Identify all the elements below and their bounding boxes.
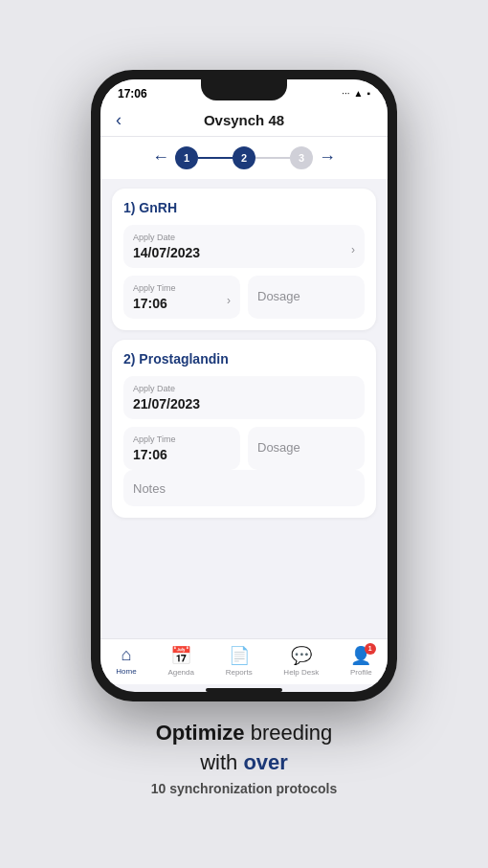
pros-apply-date-label: Apply Date xyxy=(133,384,355,393)
tab-profile[interactable]: 👤 1 Profile xyxy=(350,645,372,677)
bottom-protocols: 10 synchronization protocols xyxy=(151,781,337,796)
status-time: 17:06 xyxy=(118,87,147,100)
notch xyxy=(201,79,287,100)
pros-time-dosage-row: Apply Time 17:06 Dosage xyxy=(123,427,365,470)
tab-home[interactable]: ⌂ Home xyxy=(116,645,136,676)
reports-icon: 📄 xyxy=(229,645,250,666)
home-indicator xyxy=(206,688,282,692)
back-button[interactable]: ‹ xyxy=(116,110,122,130)
bottom-over: over xyxy=(243,750,287,774)
step-2[interactable]: 2 xyxy=(233,146,255,169)
pros-apply-date-value: 21/07/2023 xyxy=(133,396,355,412)
gnrh-apply-date-field[interactable]: Apply Date 14/07/2023 › xyxy=(123,225,365,268)
step-line-1 xyxy=(198,157,233,159)
gnrh-apply-time-field[interactable]: Apply Time 17:06 › xyxy=(123,276,240,319)
bottom-line2: 10 synchronization protocols xyxy=(151,780,337,799)
profile-badge: 1 xyxy=(365,643,376,655)
tab-helpdesk-label: Help Desk xyxy=(283,668,319,677)
tab-agenda[interactable]: 📅 Agenda xyxy=(167,645,194,677)
signal-icon: ··· xyxy=(342,88,349,99)
pros-notes-label: Notes xyxy=(133,481,166,496)
status-icons: ··· ▲ ▪ xyxy=(342,88,370,99)
section-gnrh-title: 1) GnRH xyxy=(123,200,365,215)
wifi-icon: ▲ xyxy=(354,88,364,99)
step-line-2 xyxy=(255,157,290,159)
bottom-line1: Optimize breeding with over xyxy=(151,719,337,778)
gnrh-apply-time-label: Apply Time xyxy=(133,283,231,293)
section-prostaglandin: 2) Prostaglandin Apply Date 21/07/2023 A… xyxy=(112,340,376,518)
pros-notes-field[interactable]: Notes xyxy=(123,470,365,506)
tab-helpdesk[interactable]: 💬 Help Desk xyxy=(283,645,319,677)
tab-home-label: Home xyxy=(116,667,136,676)
nav-header: ‹ Ovsynch 48 xyxy=(100,104,388,137)
gnrh-date-chevron: › xyxy=(351,243,355,256)
section-prostaglandin-title: 2) Prostaglandin xyxy=(123,351,365,367)
gnrh-time-chevron: › xyxy=(227,294,231,307)
gnrh-dosage-field[interactable]: Dosage xyxy=(248,276,365,319)
pros-apply-date-field[interactable]: Apply Date 21/07/2023 xyxy=(123,376,365,419)
phone-screen: 17:06 ··· ▲ ▪ ‹ Ovsynch 48 ← 1 2 xyxy=(100,79,388,692)
bottom-with: with xyxy=(200,750,243,774)
tab-reports[interactable]: 📄 Reports xyxy=(226,645,253,677)
gnrh-time-dosage-row: Apply Time 17:06 › Dosage xyxy=(123,276,365,319)
tab-profile-label: Profile xyxy=(350,668,372,677)
bottom-text: Optimize breeding with over 10 synchroni… xyxy=(151,719,337,798)
scroll-content: 1) GnRH Apply Date 14/07/2023 › Apply Ti… xyxy=(100,179,388,638)
pros-apply-time-label: Apply Time xyxy=(133,434,231,444)
section-gnrh: 1) GnRH Apply Date 14/07/2023 › Apply Ti… xyxy=(112,189,376,330)
gnrh-apply-date-label: Apply Date xyxy=(133,233,355,242)
gnrh-apply-date-value: 14/07/2023 xyxy=(133,245,355,260)
bottom-optimize: Optimize xyxy=(156,721,245,745)
page-title: Ovsynch 48 xyxy=(204,112,284,128)
pros-dosage-placeholder: Dosage xyxy=(257,440,355,455)
phone-shell: 17:06 ··· ▲ ▪ ‹ Ovsynch 48 ← 1 2 xyxy=(91,70,397,701)
step-right-arrow[interactable]: → xyxy=(319,147,336,167)
tab-reports-label: Reports xyxy=(226,668,253,677)
battery-icon: ▪ xyxy=(366,88,370,99)
gnrh-dosage-placeholder: Dosage xyxy=(257,289,355,303)
step-3[interactable]: 3 xyxy=(290,146,313,169)
pros-apply-time-value: 17:06 xyxy=(133,447,231,462)
pros-apply-time-field[interactable]: Apply Time 17:06 xyxy=(123,427,240,470)
step-bar: ← 1 2 3 → xyxy=(100,137,388,179)
step-left-arrow[interactable]: ← xyxy=(152,147,169,167)
tab-agenda-label: Agenda xyxy=(167,668,194,677)
tab-bar: ⌂ Home 📅 Agenda 📄 Reports 💬 Help Desk 👤 … xyxy=(100,638,388,684)
status-bar: 17:06 ··· ▲ ▪ xyxy=(100,79,388,104)
pros-dosage-field[interactable]: Dosage xyxy=(248,427,365,470)
helpdesk-icon: 💬 xyxy=(291,645,312,666)
bottom-breeding: breeding xyxy=(245,721,333,745)
gnrh-apply-time-value: 17:06 xyxy=(133,296,231,311)
step-1[interactable]: 1 xyxy=(175,146,198,169)
agenda-icon: 📅 xyxy=(170,645,191,666)
home-icon: ⌂ xyxy=(122,645,132,665)
step-track: 1 2 3 xyxy=(175,146,313,169)
